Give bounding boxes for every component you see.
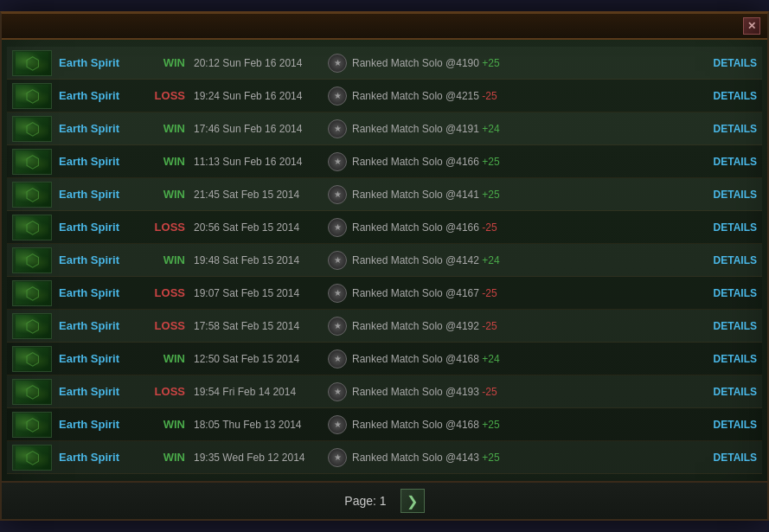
match-result: WIN xyxy=(145,253,185,266)
details-button[interactable]: DETAILS xyxy=(705,254,757,266)
details-button[interactable]: DETAILS xyxy=(705,287,757,299)
hero-name: Earth Spirit xyxy=(59,451,145,464)
hero-icon xyxy=(12,280,52,306)
details-button[interactable]: DETAILS xyxy=(705,123,757,135)
hero-icon xyxy=(12,116,52,142)
match-result: WIN xyxy=(145,451,185,464)
match-info: Ranked Match Solo @4143 +25 xyxy=(352,452,705,464)
match-time: 19:48 Sat Feb 15 2014 xyxy=(194,254,328,266)
hero-name: Earth Spirit xyxy=(59,352,145,365)
hero-name: Earth Spirit xyxy=(59,221,145,234)
details-button[interactable]: DETAILS xyxy=(705,320,757,332)
table-row: Earth Spirit WIN 11:13 Sun Feb 16 2014 R… xyxy=(7,145,762,178)
ranked-icon xyxy=(328,54,347,73)
hero-name: Earth Spirit xyxy=(59,56,145,69)
match-time: 17:58 Sat Feb 15 2014 xyxy=(194,320,328,332)
details-button[interactable]: DETAILS xyxy=(705,353,757,365)
details-button[interactable]: DETAILS xyxy=(705,189,757,201)
match-time: 19:07 Sat Feb 15 2014 xyxy=(194,287,328,299)
match-result: LOSS xyxy=(145,221,185,234)
match-result: LOSS xyxy=(145,89,185,102)
next-page-button[interactable]: ❯ xyxy=(401,489,425,513)
details-button[interactable]: DETAILS xyxy=(705,452,757,464)
match-history-modal: ✕ Earth Spirit WIN 20:12 Sun Feb 16 2014… xyxy=(0,11,769,521)
ranked-icon xyxy=(328,119,347,138)
match-result: WIN xyxy=(145,155,185,168)
ranked-icon xyxy=(328,448,347,467)
close-button[interactable]: ✕ xyxy=(743,17,760,35)
match-result: WIN xyxy=(145,122,185,135)
ranked-icon xyxy=(328,284,347,303)
match-info: Ranked Match Solo @4142 +24 xyxy=(352,254,705,266)
match-result: WIN xyxy=(145,352,185,365)
ranked-icon xyxy=(328,349,347,369)
hero-icon xyxy=(12,83,52,109)
ranked-icon xyxy=(328,415,347,434)
table-row: Earth Spirit WIN 19:48 Sat Feb 15 2014 R… xyxy=(7,244,762,277)
hero-icon xyxy=(12,445,52,471)
page-label: Page: 1 xyxy=(344,494,386,508)
match-info: Ranked Match Solo @4166 -25 xyxy=(352,221,705,234)
details-button[interactable]: DETAILS xyxy=(705,419,757,431)
hero-icon xyxy=(12,313,52,339)
table-row: Earth Spirit LOSS 20:56 Sat Feb 15 2014 … xyxy=(7,211,762,244)
match-time: 19:54 Fri Feb 14 2014 xyxy=(194,386,328,398)
ranked-icon xyxy=(328,317,347,336)
table-row: Earth Spirit LOSS 19:54 Fri Feb 14 2014 … xyxy=(7,375,762,408)
match-info: Ranked Match Solo @4166 +25 xyxy=(352,156,705,168)
match-info: Ranked Match Solo @4168 +25 xyxy=(352,419,705,431)
table-row: Earth Spirit WIN 19:35 Wed Feb 12 2014 R… xyxy=(7,441,762,474)
hero-name: Earth Spirit xyxy=(59,155,145,168)
table-row: Earth Spirit LOSS 19:07 Sat Feb 15 2014 … xyxy=(7,277,762,310)
match-time: 20:12 Sun Feb 16 2014 xyxy=(194,57,328,69)
hero-name: Earth Spirit xyxy=(59,286,145,299)
hero-icon xyxy=(12,215,52,240)
match-info: Ranked Match Solo @4193 -25 xyxy=(352,386,705,398)
hero-icon xyxy=(12,247,52,273)
match-time: 19:35 Wed Feb 12 2014 xyxy=(194,452,328,464)
match-time: 20:56 Sat Feb 15 2014 xyxy=(194,221,328,234)
match-time: 21:45 Sat Feb 15 2014 xyxy=(194,189,328,201)
hero-icon xyxy=(12,346,52,372)
match-result: WIN xyxy=(145,418,185,431)
details-button[interactable]: DETAILS xyxy=(705,221,757,234)
details-button[interactable]: DETAILS xyxy=(705,90,757,102)
table-row: Earth Spirit WIN 18:05 Thu Feb 13 2014 R… xyxy=(7,408,762,441)
table-row: Earth Spirit WIN 21:45 Sat Feb 15 2014 R… xyxy=(7,178,762,211)
ranked-icon xyxy=(328,87,347,106)
ranked-icon xyxy=(328,152,347,171)
hero-name: Earth Spirit xyxy=(59,418,145,431)
hero-icon xyxy=(12,182,52,208)
ranked-icon xyxy=(328,185,347,204)
details-button[interactable]: DETAILS xyxy=(705,386,757,398)
hero-name: Earth Spirit xyxy=(59,385,145,398)
match-result: LOSS xyxy=(145,319,185,332)
match-info: Ranked Match Solo @4168 +24 xyxy=(352,353,705,365)
match-time: 17:46 Sun Feb 16 2014 xyxy=(194,123,328,135)
match-list: Earth Spirit WIN 20:12 Sun Feb 16 2014 R… xyxy=(2,40,767,481)
match-info: Ranked Match Solo @4167 -25 xyxy=(352,287,705,299)
match-time: 19:24 Sun Feb 16 2014 xyxy=(194,90,328,102)
table-row: Earth Spirit LOSS 19:24 Sun Feb 16 2014 … xyxy=(7,80,762,112)
hero-name: Earth Spirit xyxy=(59,122,145,135)
hero-name: Earth Spirit xyxy=(59,253,145,266)
match-result: LOSS xyxy=(145,385,185,398)
match-time: 18:05 Thu Feb 13 2014 xyxy=(194,419,328,431)
details-button[interactable]: DETAILS xyxy=(705,156,757,168)
table-row: Earth Spirit WIN 20:12 Sun Feb 16 2014 R… xyxy=(7,47,762,80)
ranked-icon xyxy=(328,218,347,237)
match-info: Ranked Match Solo @4215 -25 xyxy=(352,90,705,102)
match-info: Ranked Match Solo @4141 +25 xyxy=(352,189,705,201)
table-row: Earth Spirit WIN 12:50 Sat Feb 15 2014 R… xyxy=(7,343,762,375)
hero-icon xyxy=(12,379,52,405)
modal-header: ✕ xyxy=(2,14,767,40)
hero-icon xyxy=(12,412,52,438)
hero-name: Earth Spirit xyxy=(59,319,145,332)
match-result: WIN xyxy=(145,188,185,201)
hero-icon xyxy=(12,149,52,175)
ranked-icon xyxy=(328,382,347,401)
match-time: 12:50 Sat Feb 15 2014 xyxy=(194,353,328,365)
table-row: Earth Spirit LOSS 17:58 Sat Feb 15 2014 … xyxy=(7,310,762,343)
match-time: 11:13 Sun Feb 16 2014 xyxy=(194,156,328,168)
details-button[interactable]: DETAILS xyxy=(705,57,757,69)
